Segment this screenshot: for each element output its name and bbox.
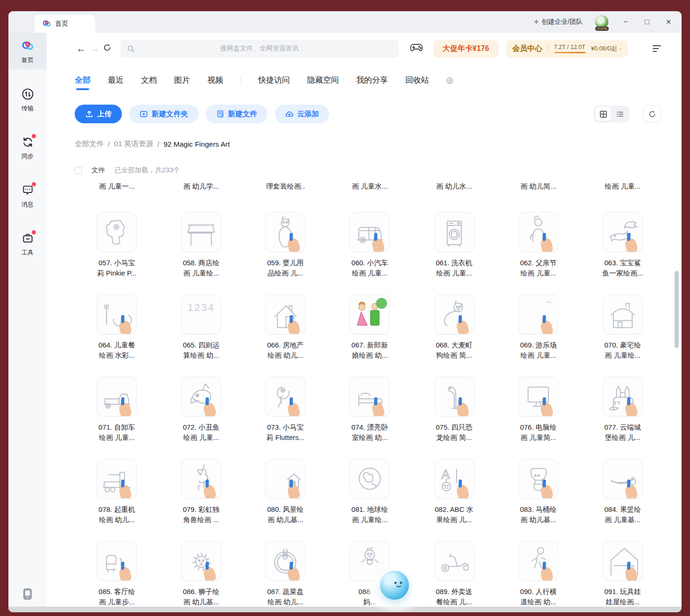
tab-documents[interactable]: 文档	[141, 75, 157, 90]
sidebar-item-sync[interactable]: 同步	[8, 129, 47, 166]
file-item[interactable]: 066. 房地产绘画 幼儿...	[243, 294, 328, 361]
search-input[interactable]: 搜网盘文件、全网资源资讯	[120, 40, 399, 57]
sidebar-item-label: 传输	[21, 104, 34, 113]
storage-progress-bar	[554, 52, 585, 53]
tab-hidden-space[interactable]: 隐藏空间	[307, 75, 339, 90]
file-item[interactable]: 086. 狮子绘画 幼儿基...	[159, 541, 244, 607]
shop-awning-sketch-thumbnail	[181, 212, 221, 252]
minimize-button[interactable]: −	[621, 18, 630, 26]
sidebar-item-transfer[interactable]: 传输	[8, 81, 47, 118]
close-button[interactable]: ×	[664, 17, 673, 27]
file-item[interactable]: 073. 小马宝莉 Flutters...	[243, 376, 328, 443]
tab-my-shares[interactable]: 我的分享	[356, 75, 388, 90]
file-item[interactable]: 080. 风景绘画 幼儿基...	[243, 459, 328, 525]
grid-view-button[interactable]	[595, 107, 611, 121]
tab-pictures[interactable]: 图片	[174, 75, 190, 90]
file-item[interactable]: 089. 外卖送餐绘画 儿...	[412, 541, 496, 607]
select-all-checkbox[interactable]	[75, 167, 82, 174]
file-name: 057. 小马宝莉 Pinkie P...	[97, 258, 137, 278]
breadcrumb-separator: /	[108, 140, 110, 149]
user-avatar[interactable]: SVIP6	[595, 15, 609, 29]
tab-recycle-bin[interactable]: 回收站	[405, 75, 429, 90]
van-sketch-thumbnail	[350, 212, 390, 252]
list-refresh-button[interactable]	[643, 106, 661, 122]
lion-sketch-thumbnail	[181, 541, 221, 581]
washing-machine-sketch-thumbnail	[434, 212, 474, 252]
tab-recent[interactable]: 最近	[108, 75, 124, 90]
file-item[interactable]: 070. 豪宅绘画 儿童绘...	[580, 294, 665, 361]
file-name: 059. 婴儿用品绘画 儿...	[267, 258, 303, 278]
file-item[interactable]: 059. 婴儿用品绘画 儿...	[243, 212, 328, 278]
phone-icon	[22, 588, 33, 600]
file-item[interactable]: 079. 彩虹独角兽绘画 ...	[159, 459, 244, 525]
file-item[interactable]: 091. 玩具娃娃屋绘画...	[580, 541, 665, 607]
file-item[interactable]: 076. 电脑绘画 儿童简...	[496, 376, 581, 443]
breadcrumb-root[interactable]: 全部文件	[75, 139, 104, 149]
file-item[interactable]: 063. 宝宝鲨鱼一家绘画...	[580, 212, 665, 278]
file-item[interactable]: 081. 地球绘画 儿童绘...	[328, 459, 412, 525]
file-item[interactable]: 075. 四只恐龙绘画 简...	[412, 376, 496, 443]
promo-year-card-button[interactable]: 大促年卡¥176	[433, 40, 499, 57]
file-item[interactable]: 1234065. 四则运算绘画 幼...	[159, 294, 244, 361]
file-name: 075. 四只恐龙绘画 简...	[436, 422, 472, 443]
create-team-label: 创建企业/团队	[542, 18, 583, 26]
tab-all[interactable]: 全部	[75, 75, 91, 90]
breadcrumb-folder[interactable]: 01 英语资源	[114, 139, 153, 149]
file-item[interactable]: 058. 商店绘画 儿童绘...	[159, 212, 244, 278]
create-team-button[interactable]: + 创建企业/团队	[534, 17, 583, 27]
page-refresh-button[interactable]	[101, 43, 114, 54]
file-item[interactable]: 062. 父亲节绘画 儿童...	[496, 212, 581, 278]
file-item-partial[interactable]: 理套装绘画..	[243, 182, 328, 196]
chevron-right-icon: ›	[620, 45, 621, 52]
dinosaur-sketch-thumbnail	[434, 376, 474, 417]
file-item[interactable]: 057. 小马宝莉 Pinkie P...	[75, 212, 159, 278]
landscape-house-sketch-thumbnail	[265, 459, 305, 499]
sidebar-item-home[interactable]: 首页	[8, 33, 47, 70]
game-controller-icon[interactable]	[410, 42, 423, 55]
file-item-partial[interactable]: 画 幼儿水...	[412, 182, 496, 196]
file-item[interactable]: A082. ABC 水果绘画 儿...	[412, 459, 496, 525]
maximize-button[interactable]: □	[642, 18, 652, 26]
file-name: 066. 房地产绘画 幼儿...	[267, 340, 303, 361]
file-item[interactable]: 087. 蔬菜盘绘画 幼儿...	[243, 541, 328, 607]
file-item[interactable]: 071. 自卸车绘画 儿童...	[75, 376, 159, 443]
new-folder-button[interactable]: 新建文件夹	[129, 105, 198, 123]
file-item[interactable]: 083. 马桶绘画 幼儿基...	[496, 459, 581, 525]
sidebar-item-tools[interactable]: 工具	[8, 225, 47, 262]
back-button[interactable]: ←	[75, 43, 88, 54]
file-item-partial[interactable]: 画 儿童水...	[328, 182, 412, 196]
file-item[interactable]: 072. 小丑鱼绘画 儿童...	[159, 376, 244, 443]
file-item-partial[interactable]: 画 幼儿学...	[159, 182, 244, 196]
vertical-scrollbar[interactable]	[675, 271, 679, 348]
file-item[interactable]: 061. 洗衣机绘画 儿童...	[412, 212, 496, 278]
file-name: 091. 玩具娃娃屋绘画...	[605, 587, 641, 607]
file-item[interactable]: 084. 果篮绘画 儿童基...	[580, 459, 665, 525]
filter-menu-icon[interactable]	[653, 45, 661, 52]
list-view-button[interactable]	[612, 107, 628, 121]
file-item[interactable]: 064. 儿童餐绘画 水彩...	[75, 294, 159, 361]
sidebar: 首页传输同步消息工具	[8, 33, 47, 612]
file-item[interactable]: 068. 大麦町狗绘画 简...	[412, 294, 496, 361]
new-file-button[interactable]: 新建文件	[206, 105, 268, 123]
file-item[interactable]: 078. 起重机绘画 幼儿...	[75, 459, 159, 525]
tab-quick-access[interactable]: 快捷访问	[258, 75, 290, 90]
mobile-device-button[interactable]	[8, 588, 47, 600]
tab-settings-icon[interactable]: ◎	[446, 75, 453, 85]
file-item-partial[interactable]: 画 幼儿简...	[496, 182, 581, 196]
upload-button[interactable]: 上传	[75, 105, 122, 123]
file-item[interactable]: 060. 小汽车绘画 儿童...	[328, 212, 412, 278]
file-item[interactable]: 090. 人行横道绘画 幼...	[496, 541, 581, 607]
file-item[interactable]: 067. 新郎新娘绘画 幼...	[328, 294, 412, 361]
member-center-button[interactable]: 会员中心 7.2T / 12.0T ¥0.08/G起 ›	[506, 40, 628, 57]
cloud-add-button[interactable]: 云添加	[275, 105, 330, 123]
ai-assistant-ball[interactable]	[380, 571, 409, 600]
tab-videos[interactable]: 视频	[207, 75, 223, 90]
file-item[interactable]: 077. 云端城堡绘画 儿...	[580, 376, 665, 443]
file-item-partial[interactable]: 画 儿童一...	[75, 182, 159, 196]
file-item[interactable]: 085. 客厅绘画 儿童步...	[75, 541, 159, 607]
home-tab[interactable]: 首页	[35, 15, 95, 33]
file-item[interactable]: 069. 游乐场绘画 儿童...	[496, 294, 581, 361]
file-item-partial[interactable]: 绘画 儿童...	[580, 182, 665, 196]
file-item[interactable]: 074. 漂亮卧室绘画 幼...	[328, 376, 412, 443]
sidebar-item-messages[interactable]: 消息	[8, 177, 47, 214]
